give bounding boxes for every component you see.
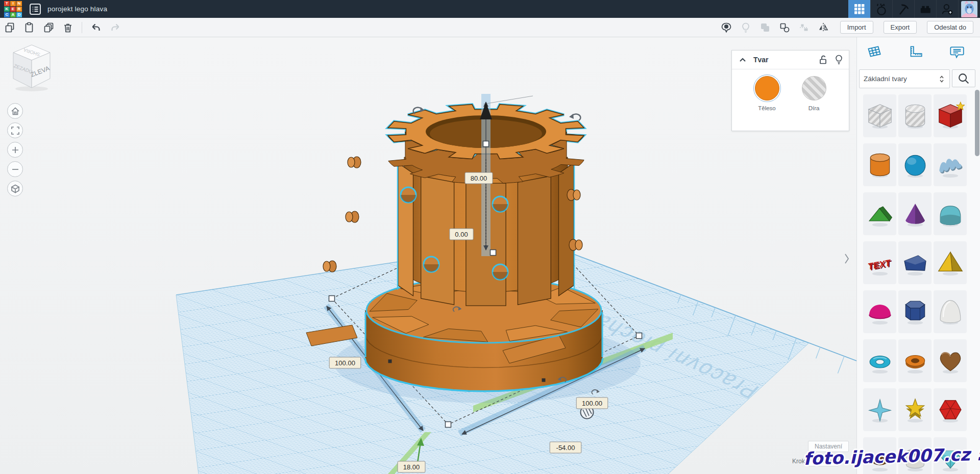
height-grip[interactable] (483, 141, 489, 147)
hide-icon[interactable] (738, 20, 753, 35)
copy-icon[interactable] (2, 20, 17, 35)
design-properties-icon[interactable] (29, 3, 41, 15)
shape-inspector-panel: Tvar TělesoDíra (731, 50, 849, 131)
viewport-3d[interactable]: Pracovní plocha80.000.00100.00100.00-54.… (0, 37, 856, 474)
sidebar-collapse-icon[interactable] (844, 253, 850, 266)
shape-hole-box[interactable] (863, 94, 896, 137)
shape-wedge[interactable] (898, 241, 932, 284)
undo-icon[interactable] (88, 20, 104, 35)
perspective-icon[interactable] (7, 181, 23, 196)
import-button[interactable]: Import (840, 21, 873, 34)
shape-heart[interactable] (934, 339, 967, 382)
sidebar-scrollbar[interactable] (975, 90, 979, 156)
edge-handle[interactable] (388, 360, 392, 363)
shape-round-roof[interactable] (934, 192, 967, 235)
shape-option-solid[interactable]: Těleso (755, 76, 779, 111)
shape-cylinder[interactable] (863, 143, 896, 186)
shape-star-4[interactable] (863, 388, 896, 431)
delete-icon[interactable] (60, 20, 76, 35)
nav-lego-export-icon[interactable] (914, 0, 936, 18)
svg-text:100.00: 100.00 (335, 359, 355, 367)
shape-option-hole[interactable]: Díra (802, 76, 826, 111)
notes-icon[interactable] (947, 43, 966, 62)
shape-category-value: Základní tvary (864, 75, 938, 83)
shape-hole-cylinder[interactable] (898, 94, 932, 137)
dim-label-snap[interactable]: 18.00 (398, 461, 425, 472)
zoom-out-icon[interactable] (7, 161, 23, 177)
shape-scribble[interactable] (934, 143, 967, 186)
edge-handle[interactable] (542, 379, 546, 382)
titlebar: TINKERCAD porojekt lego hlava (0, 0, 980, 18)
svg-text:TEXT: TEXT (867, 258, 892, 272)
toolbar: Import Export Odeslat do (0, 18, 980, 37)
zoom-in-icon[interactable] (7, 142, 23, 158)
nav-design-grid-icon[interactable] (848, 0, 870, 18)
shape-category-select[interactable]: Základní tvary (859, 69, 950, 88)
nav-minecraft-export-icon[interactable] (892, 0, 914, 18)
dim-label-depth[interactable]: 100.00 (576, 397, 608, 409)
titlebar-nav (848, 0, 980, 18)
ruler-icon[interactable] (905, 43, 925, 62)
logo-tile: R (16, 7, 22, 12)
logo-tile: C (4, 12, 10, 17)
show-all-icon[interactable] (719, 20, 734, 35)
hide-bulb-icon[interactable] (835, 55, 843, 65)
shape-torus[interactable] (863, 339, 896, 382)
align-icon[interactable] (796, 20, 812, 35)
shape-paraboloid[interactable] (934, 290, 967, 333)
dim-label-offset[interactable]: -54.00 (550, 442, 581, 453)
hole-label: Díra (808, 105, 820, 111)
logo-tile: N (16, 1, 22, 6)
home-icon[interactable] (7, 103, 23, 119)
shape-box[interactable] (934, 94, 967, 137)
dim-label-zero[interactable]: 0.00 (450, 229, 473, 240)
svg-text:100.00: 100.00 (582, 400, 602, 407)
project-title: porojekt lego hlava (47, 5, 107, 13)
shape-text[interactable]: TEXTTEXT (863, 241, 896, 284)
dim-label-width[interactable]: 100.00 (329, 357, 361, 368)
shape-polygon[interactable] (898, 290, 932, 333)
scale-handle[interactable] (446, 422, 451, 428)
scale-handle[interactable] (329, 296, 335, 302)
shape-half-sphere[interactable] (863, 290, 896, 333)
logo-tile: D (16, 12, 22, 17)
mirror-icon[interactable] (816, 20, 831, 35)
solid-swatch[interactable] (755, 76, 779, 101)
paste-icon[interactable] (21, 20, 37, 35)
design-canvas[interactable]: Pracovní plocha80.000.00100.00100.00-54.… (0, 37, 856, 474)
fit-view-icon[interactable] (7, 122, 23, 138)
mid-handle[interactable] (491, 250, 496, 256)
scale-handle[interactable] (636, 333, 642, 339)
shape-pyramid[interactable] (934, 241, 967, 284)
workplane-icon[interactable] (864, 43, 884, 62)
lock-icon[interactable] (819, 55, 828, 65)
logo-tile: A (10, 12, 16, 17)
dim-label-height[interactable]: 80.00 (465, 172, 493, 184)
toolbar-buttons: Import Export Odeslat do (840, 21, 973, 34)
view-cube[interactable]: SHORAZEZADUZLEVA (7, 42, 56, 93)
nav-invite-icon[interactable] (936, 0, 958, 18)
svg-text:0.00: 0.00 (455, 231, 468, 238)
logo-tile: K (4, 7, 10, 12)
shape-sphere[interactable] (898, 143, 932, 186)
shape-roof[interactable] (863, 192, 896, 235)
redo-icon[interactable] (108, 20, 123, 35)
svg-text:-54.00: -54.00 (556, 444, 575, 452)
sidebar-tools (857, 37, 980, 67)
shape-tube[interactable] (898, 339, 932, 382)
shape-star-5[interactable] (898, 388, 932, 431)
shape-icosahedron[interactable] (934, 388, 967, 431)
nav-sim-lab-icon[interactable] (870, 0, 892, 18)
tinkercad-logo-icon[interactable]: TINKERCAD (4, 1, 22, 17)
rotate-handle-icon[interactable] (569, 114, 580, 120)
ungroup-icon[interactable] (777, 20, 792, 35)
group-icon[interactable] (757, 20, 773, 35)
hole-swatch[interactable] (802, 76, 826, 101)
export-button[interactable]: Export (884, 21, 917, 34)
shape-cone[interactable] (898, 192, 932, 235)
search-button[interactable] (952, 69, 975, 87)
nav-account-avatar-icon[interactable] (958, 0, 980, 18)
duplicate-icon[interactable] (41, 20, 56, 35)
send-to-button[interactable]: Odeslat do (927, 21, 973, 34)
collapse-panel-icon[interactable] (738, 56, 747, 63)
